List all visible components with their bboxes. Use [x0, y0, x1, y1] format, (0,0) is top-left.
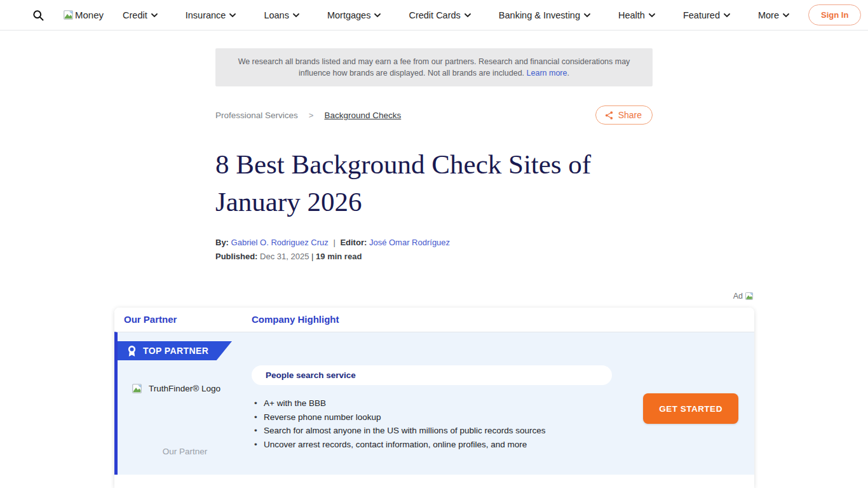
- partner-logo-alt-text: TruthFinder® Logo: [149, 384, 220, 393]
- medal-icon: [127, 345, 137, 357]
- highlight-pill: People search service: [252, 365, 612, 385]
- nav-item-credit-cards[interactable]: Credit Cards: [409, 10, 470, 20]
- page-title: 8 Best Background Check Sites of January…: [215, 146, 660, 220]
- highlight-pill-label: People search service: [266, 370, 356, 380]
- card-header-row: Our Partner Company Highlight: [114, 308, 754, 332]
- share-button[interactable]: Share: [595, 105, 653, 125]
- money-logo[interactable]: Money: [63, 10, 104, 20]
- top-partner-label: TOP PARTNER: [143, 346, 208, 356]
- chevron-down-icon: [229, 13, 236, 17]
- sign-in-button[interactable]: Sign In: [808, 4, 861, 25]
- broken-image-icon: [132, 383, 142, 394]
- breadcrumb-separator: >: [309, 111, 314, 120]
- feature-bullet-list: A+ with the BBB Reverse phone number loo…: [253, 396, 571, 451]
- share-icon: [604, 111, 614, 120]
- chevron-down-icon: [649, 13, 655, 17]
- feature-bullet: A+ with the BBB: [253, 396, 571, 410]
- chevron-down-icon: [584, 13, 590, 17]
- page: Money Credit Insurance Loans Mortgages C…: [0, 0, 868, 488]
- breadcrumb: Professional Services > Background Check…: [215, 105, 653, 125]
- chevron-down-icon: [293, 13, 299, 17]
- chevron-down-icon: [783, 13, 789, 17]
- logo-alt-text: Money: [75, 10, 104, 20]
- top-navigation-bar: Money Credit Insurance Loans Mortgages C…: [0, 0, 868, 30]
- top-partner-ribbon: TOP PARTNER: [118, 341, 232, 360]
- chevron-down-icon: [465, 13, 471, 17]
- primary-nav: Credit Insurance Loans Mortgages Credit …: [123, 10, 789, 20]
- partner-logo[interactable]: TruthFinder® Logo: [132, 383, 220, 394]
- nav-item-loans[interactable]: Loans: [264, 10, 299, 20]
- learn-more-link[interactable]: Learn more: [527, 69, 567, 78]
- nav-item-more[interactable]: More: [758, 10, 789, 20]
- nav-item-banking-investing[interactable]: Banking & Investing: [499, 10, 590, 20]
- get-started-button[interactable]: GET STARTED: [643, 393, 738, 424]
- editor-link[interactable]: José Omar Rodríguez: [369, 238, 450, 247]
- nav-item-credit[interactable]: Credit: [123, 10, 158, 20]
- top-partner-row: TOP PARTNER TruthFinder® Logo Our Partne…: [114, 332, 754, 475]
- our-partner-caption: Our Partner: [118, 447, 252, 456]
- advertiser-disclosure: We research all brands listed and may ea…: [215, 48, 653, 86]
- broken-image-icon: [745, 292, 754, 301]
- feature-bullet: Uncover arrest records, contact informat…: [253, 438, 571, 452]
- feature-bullet: Reverse phone number lookup: [253, 410, 571, 424]
- broken-image-icon: [63, 10, 74, 20]
- chevron-down-icon: [724, 13, 730, 17]
- partner-comparison-card: Our Partner Company Highlight TOP PARTNE…: [114, 308, 754, 488]
- nav-item-health[interactable]: Health: [618, 10, 655, 20]
- read-time: 19 min read: [316, 252, 362, 261]
- nav-item-mortgages[interactable]: Mortgages: [327, 10, 381, 20]
- author-link[interactable]: Gabriel O. Rodriguez Cruz: [231, 238, 329, 247]
- breadcrumb-current-link[interactable]: Background Checks: [324, 111, 401, 120]
- feature-bullet: Search for almost anyone in the US with …: [253, 424, 571, 438]
- nav-item-featured[interactable]: Featured: [683, 10, 730, 20]
- column-header-our-partner: Our Partner: [124, 314, 177, 325]
- next-partner-row-partial: [114, 475, 754, 488]
- published-line: Published: Dec 31, 2025 | 19 min read: [215, 252, 362, 261]
- breadcrumb-parent-link[interactable]: Professional Services: [215, 111, 298, 120]
- byline: By: Gabriel O. Rodriguez Cruz | Editor: …: [215, 238, 450, 247]
- search-icon[interactable]: [31, 8, 46, 23]
- nav-item-insurance[interactable]: Insurance: [186, 10, 236, 20]
- published-date: Dec 31, 2025: [260, 252, 309, 261]
- column-header-company-highlight: Company Highlight: [252, 314, 339, 325]
- ad-label: Ad: [733, 292, 754, 301]
- disclosure-text: We research all brands listed and may ea…: [233, 56, 635, 79]
- chevron-down-icon: [151, 13, 158, 17]
- chevron-down-icon: [374, 13, 381, 17]
